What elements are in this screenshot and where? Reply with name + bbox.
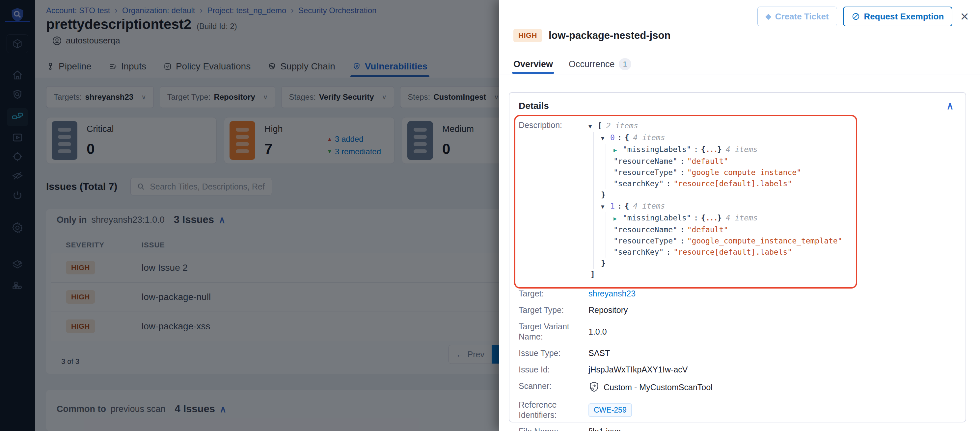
target-type-value: Repository	[589, 305, 628, 315]
target-link[interactable]: shreyansh23	[589, 288, 636, 299]
triangle-down-icon[interactable]: ▼	[601, 201, 610, 212]
details-title: Details	[519, 101, 549, 111]
drawer-tabs: Overview Occurrence 1	[513, 55, 631, 74]
json-level-2: ▶"missingLabels":{...}4 items "resourceN…	[606, 144, 842, 189]
file-name-label: File Name:	[519, 426, 589, 431]
request-exemption-button[interactable]: Request Exemption	[843, 6, 953, 26]
reference-identifiers-field-row: Reference Identifiers: CWE-259	[519, 400, 956, 420]
scanner-field-row: Scanner: Custom - MyCustomScanTool	[519, 381, 956, 393]
json-colon: :	[678, 236, 687, 245]
target-variant-value: 1.0.0	[589, 322, 607, 342]
exemption-shield-icon	[851, 12, 860, 21]
json-brace: {	[625, 202, 629, 210]
reference-identifiers-label: Reference Identifiers:	[519, 400, 589, 420]
json-colon: :	[691, 214, 701, 222]
json-colon: :	[678, 157, 687, 165]
cwe-badge[interactable]: CWE-259	[589, 403, 632, 417]
issue-name-title: low-package-nested-json	[549, 30, 670, 41]
json-root-line[interactable]: ▼[2 items	[589, 120, 842, 132]
json-string-value: "default"	[687, 225, 729, 234]
json-colon: :	[615, 202, 625, 210]
create-ticket-label: Create Ticket	[775, 11, 829, 22]
json-brace: }	[601, 259, 606, 268]
target-label: Target:	[519, 288, 589, 299]
request-exemption-label: Request Exemption	[864, 11, 944, 22]
triangle-right-icon[interactable]: ▶	[614, 144, 623, 155]
collapse-chevron-icon[interactable]: ∧	[947, 100, 954, 111]
json-level-2: ▶"missingLabels":{...}4 items "resourceN…	[606, 212, 842, 258]
details-card-header[interactable]: Details ∧	[519, 100, 956, 111]
json-key: "missingLabels"	[623, 214, 691, 222]
details-card: Details ∧ Description: ▼[2 items ▼0:{4 i…	[509, 92, 966, 422]
json-string-value: "default"	[687, 157, 729, 165]
json-colon: :	[663, 179, 673, 188]
json-colon: :	[678, 225, 687, 234]
description-json-viewer: ▼[2 items ▼0:{4 items ▶"missingLabels":{…	[589, 120, 842, 280]
ticket-diamond-icon: ◆	[765, 12, 771, 21]
issue-type-value: SAST	[589, 348, 610, 358]
json-entry-0-line[interactable]: ▼0:{4 items	[601, 132, 842, 144]
json-brace: {	[701, 145, 706, 154]
json-bracket: [	[598, 121, 602, 130]
file-name-value: file1.java	[589, 426, 621, 431]
drawer-actions: ◆ Create Ticket Request Exemption ×	[757, 6, 971, 26]
target-variant-field-row: Target Variant Name: 1.0.0	[519, 322, 956, 342]
issue-type-field-row: Issue Type: SAST	[519, 348, 956, 358]
file-name-field-row: File Name: file1.java	[519, 426, 956, 431]
json-index: 0	[610, 133, 615, 142]
json-key: "resourceType"	[614, 168, 678, 177]
json-colon: :	[615, 133, 625, 142]
severity-badge: HIGH	[513, 29, 542, 42]
triangle-down-icon[interactable]: ▼	[601, 133, 610, 144]
json-items-count: 2 items	[602, 121, 638, 130]
tab-occurrence[interactable]: Occurrence 1	[569, 55, 631, 74]
triangle-down-icon[interactable]: ▼	[589, 121, 598, 132]
json-string-value: "resource[default].labels"	[673, 248, 792, 256]
json-root-close-line: ]	[589, 269, 842, 280]
target-type-field-row: Target Type: Repository	[519, 305, 956, 315]
json-items-count: 4 items	[629, 133, 665, 142]
json-key: "searchKey"	[614, 179, 663, 188]
json-string-value: "google_compute_instance_template"	[687, 236, 842, 245]
issue-id-label: Issue Id:	[519, 364, 589, 375]
json-index: 1	[610, 202, 615, 210]
json-field-line: "resourceName":"default"	[614, 224, 842, 235]
json-brace: }	[717, 145, 722, 154]
json-field-line: "resourceName":"default"	[614, 155, 842, 167]
modal-dim-overlay[interactable]	[0, 0, 499, 431]
close-icon[interactable]: ×	[958, 9, 971, 24]
target-type-label: Target Type:	[519, 305, 589, 315]
issue-id-field-row: Issue Id: jHspJaWxTIkpAXY1Iw-acV	[519, 364, 956, 375]
json-colon: :	[678, 168, 687, 177]
create-ticket-button[interactable]: ◆ Create Ticket	[757, 6, 837, 26]
issue-id-value: jHspJaWxTIkpAXY1Iw-acV	[589, 364, 687, 375]
json-items-count: 4 items	[722, 145, 758, 154]
json-key: "searchKey"	[614, 248, 663, 256]
triangle-right-icon[interactable]: ▶	[614, 213, 623, 224]
json-key: "resourceType"	[614, 236, 678, 245]
json-brace: {	[701, 214, 706, 222]
json-field-line: "resourceType":"google_compute_instance_…	[614, 235, 842, 246]
description-field-row: Description: ▼[2 items ▼0:{4 items ▶"mis…	[519, 120, 956, 280]
json-missing-labels-line[interactable]: ▶"missingLabels":{...}4 items	[614, 212, 842, 224]
json-string-value: "resource[default].labels"	[673, 179, 792, 188]
issue-details-drawer: ◆ Create Ticket Request Exemption × HIGH…	[499, 0, 980, 431]
json-close-line: }	[601, 258, 842, 269]
json-field-line: "searchKey":"resource[default].labels"	[614, 178, 842, 189]
json-brace: {	[625, 133, 629, 142]
custom-scanner-icon	[589, 381, 600, 393]
json-missing-labels-line[interactable]: ▶"missingLabels":{...}4 items	[614, 144, 842, 155]
tab-overview[interactable]: Overview	[513, 55, 553, 74]
drawer-title-row: HIGH low-package-nested-json	[513, 29, 670, 42]
json-entry-1-line[interactable]: ▼1:{4 items	[601, 200, 842, 212]
tab-overview-label: Overview	[513, 59, 553, 70]
target-field-row: Target: shreyansh23	[519, 288, 956, 299]
json-colon: :	[691, 145, 701, 154]
json-items-count: 4 items	[722, 214, 758, 222]
issue-type-label: Issue Type:	[519, 348, 589, 358]
occurrence-count-badge: 1	[619, 58, 631, 70]
app-window: Account: STO test › Organization: defaul…	[0, 0, 980, 431]
json-colon: :	[663, 248, 673, 256]
json-field-line: "resourceType":"google_compute_instance"	[614, 167, 842, 178]
json-bracket: ]	[590, 270, 595, 279]
